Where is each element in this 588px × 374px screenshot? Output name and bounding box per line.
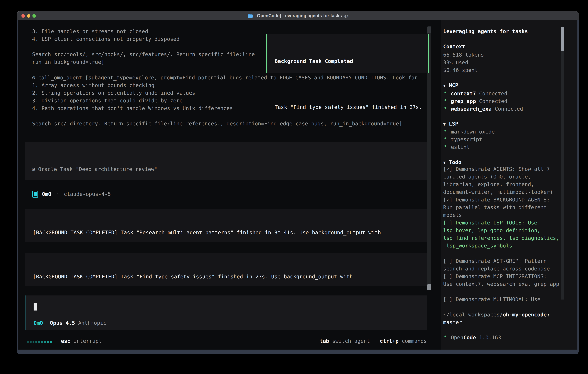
agent-header: OmO · claude-opus-4-5 [32, 190, 111, 198]
toast-title: Background Task Completed [275, 57, 428, 65]
tab-key-hint: tab [320, 337, 329, 345]
todo-line-done: librarian, explore, frontend, [443, 180, 534, 188]
model-row: OmO Opus 4.5 Anthropic [33, 319, 106, 327]
cmd-key-hint: ctrl+p [380, 337, 399, 345]
mcp-item: websearch_exaConnected [451, 105, 523, 113]
todo-line-done: Run parallel tasks with different [443, 204, 547, 211]
input-agent-name: OmO [33, 319, 43, 327]
status-dot-icon: • [444, 143, 447, 149]
background-task-toast[interactable]: Background Task Completed Task "Find typ… [266, 34, 429, 73]
screen: [OpenCode] Leveraging agents for tasks ◐… [0, 0, 588, 374]
app-version-number: 1.0.163 [479, 334, 501, 341]
main-scrollbar-topcap [427, 26, 431, 33]
tool-call-line: 4. Path operations that don't handle Win… [32, 104, 233, 112]
app-version: OpenCode1.0.163 [451, 334, 501, 341]
statusbar-right: tab switch agent ctrl+p commands [320, 337, 427, 345]
minimize-window-button[interactable] [27, 14, 30, 18]
workspace-path: ~/local-workspaces/oh-my-opencode: [443, 311, 550, 319]
tab-key-label: switch agent [332, 337, 370, 345]
todo-line-done: [✓] Demonstrate AGENTS: Show all 7 [443, 165, 550, 173]
agent-model: claude-opus-4-5 [64, 190, 111, 198]
prompt-input[interactable]: OmO Opus 4.5 Anthropic [25, 295, 427, 330]
todo-header-label: Todo [449, 159, 462, 165]
status-dot-icon: • [444, 127, 447, 134]
close-window-button[interactable] [21, 14, 25, 18]
app-name-light: Open [451, 334, 463, 341]
mcp-item-name: grep_app [451, 98, 476, 104]
mcp-item: context7Connected [451, 90, 507, 97]
maximize-window-button[interactable] [32, 14, 36, 18]
tool-call-line: 3. Division operations that could divide… [32, 97, 183, 104]
workspace-branch: master [443, 319, 462, 326]
spinner-dots [27, 337, 53, 345]
todo-line-pending: search and replace across codebase [443, 265, 550, 272]
esc-key-hint: esc [61, 337, 70, 345]
context-used: 33% used [443, 59, 468, 66]
mcp-item-status: Connected [495, 106, 523, 112]
folder-icon [248, 14, 253, 18]
main-scrollbar-thumb[interactable] [427, 284, 431, 291]
oracle-task-line: ◉Oracle Task "Deep architecture review" [32, 165, 427, 173]
task-line1: [BACKGROUND TASK COMPLETED] Task "Resear… [33, 229, 427, 236]
todo-section-header[interactable]: ▼Todo [443, 158, 462, 166]
lsp-item: typescript [451, 135, 482, 143]
todo-line-pending: [ ] Demonstrate MULTIMODAL: Use [443, 295, 540, 303]
agent-name: OmO [42, 190, 51, 198]
mcp-item-name: websearch_exa [451, 106, 492, 112]
status-dot-icon: • [444, 97, 447, 104]
mcp-item: grep_appConnected [451, 97, 507, 105]
cmd-key-label: commands [402, 337, 427, 345]
lsp-item: markdown-oxide [451, 128, 495, 135]
status-dot-icon: • [444, 104, 447, 111]
statusbar-left: esc interrupt [27, 337, 102, 345]
terminal-line: 4. LSP client connections not properly d… [32, 35, 179, 43]
input-model-name: Opus 4.5 [50, 319, 75, 327]
window-titlebar[interactable]: [OpenCode] Leveraging agents for tasks ◐ [17, 11, 578, 21]
task-message: [BACKGROUND TASK COMPLETED] Task "Resear… [25, 209, 427, 242]
app-name-bold: Code [463, 334, 476, 341]
todo-line-pending: [ ] Demonstrate AST-GREP: Pattern [443, 257, 547, 265]
lsp-section-header[interactable]: ▼LSP [443, 120, 458, 128]
session-spinner-icon: ◐ [344, 13, 348, 18]
todo-line-pending: Use context7, websearch_exa, grep_app [443, 280, 559, 288]
terminal-line: run_in_background=true] [32, 58, 104, 66]
context-spent: $0.46 spent [443, 66, 478, 74]
sidebar-scrollbar-thumb[interactable] [561, 27, 564, 51]
workspace-path-prefix: ~/local-workspaces/ [443, 312, 503, 318]
todo-line-done: [✓] Demonstrate BACKGROUND AGENTS: [443, 196, 550, 204]
todo-line-done: document-writer, multimodal-looker) [443, 188, 553, 196]
status-dot-icon: • [444, 89, 447, 96]
todo-line-active: lsp_hover, lsp_goto_definition, [443, 227, 540, 234]
mcp-header-label: MCP [449, 82, 458, 88]
context-header: Context [443, 43, 465, 50]
mcp-item-name: context7 [451, 91, 476, 96]
mcp-item-status: Connected [479, 98, 507, 104]
mcp-section-header[interactable]: ▼MCP [443, 82, 458, 89]
todo-line-done: curated agents (OmO, oracle, [443, 173, 531, 180]
mcp-item-status: Connected [479, 91, 507, 96]
tool-call-line: 2. String operations on potentially unde… [32, 89, 195, 97]
lsp-item: eslint [451, 143, 470, 151]
gear-icon: ⚙ [32, 75, 35, 81]
todo-line-active: lsp_workspace_symbols [443, 242, 512, 249]
sidebar-session-title: Leveraging agents for tasks [443, 28, 528, 35]
chevron-down-icon: ▼ [443, 160, 446, 165]
tool-call-line: 1. Array access without bounds checking [32, 82, 154, 89]
terminal-line: Search src/tools/, src/hooks/, src/featu… [32, 51, 255, 58]
todo-line-active: [ ] Demonstrate LSP TOOLS: Use [443, 219, 537, 227]
todo-line-active: lsp_find_references, lsp_diagnostics, [443, 234, 559, 242]
text-cursor [33, 303, 37, 311]
chevron-down-icon: ▼ [443, 122, 446, 126]
oracle-task-title: Oracle Task "Deep architecture review" [38, 166, 158, 172]
dot-separator: · [56, 190, 59, 198]
task-message: [BACKGROUND TASK COMPLETED] Task "Find t… [25, 253, 427, 286]
lsp-header-label: LSP [449, 121, 458, 127]
toast-body: Task "Find type safety issues" finished … [275, 103, 428, 111]
workspace-repo: oh-my-opencode: [503, 312, 550, 318]
status-dot-icon: • [444, 333, 447, 340]
agent-icon [32, 191, 38, 197]
sidebar-scrollbar-track[interactable] [561, 51, 564, 300]
status-dot-icon: • [444, 135, 447, 142]
oracle-task-panel: ◉Oracle Task "Deep architecture review" … [25, 142, 427, 180]
todo-line-pending: [ ] Demonstrate MCP INTEGRATIONS: [443, 272, 547, 280]
